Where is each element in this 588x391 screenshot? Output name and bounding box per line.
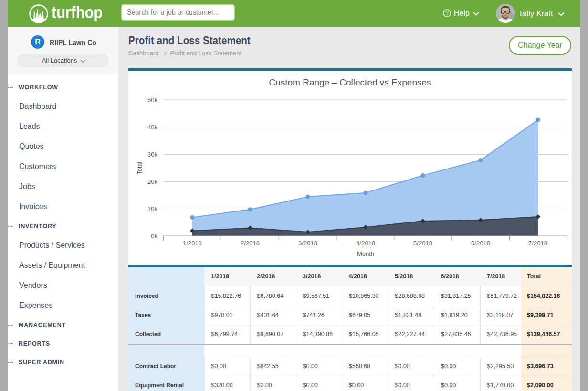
svg-text:1/2018: 1/2018 <box>183 240 202 247</box>
svg-text:10k: 10k <box>147 205 158 212</box>
svg-text:50k: 50k <box>147 96 158 104</box>
svg-text:4/2018: 4/2018 <box>356 240 375 247</box>
svg-text:3/2018: 3/2018 <box>298 240 317 247</box>
svg-text:40k: 40k <box>147 124 158 131</box>
svg-text:Total: Total <box>136 162 143 174</box>
svg-text:6/2018: 6/2018 <box>471 240 490 247</box>
svg-text:?: ? <box>445 10 448 16</box>
svg-text:0k: 0k <box>151 232 158 240</box>
svg-text:30k: 30k <box>147 151 158 158</box>
svg-text:5/2018: 5/2018 <box>413 240 432 247</box>
svg-text:2/2018: 2/2018 <box>241 240 260 247</box>
svg-text:Month: Month <box>357 250 374 257</box>
svg-text:20k: 20k <box>147 178 158 185</box>
svg-text:7/2018: 7/2018 <box>528 240 547 247</box>
